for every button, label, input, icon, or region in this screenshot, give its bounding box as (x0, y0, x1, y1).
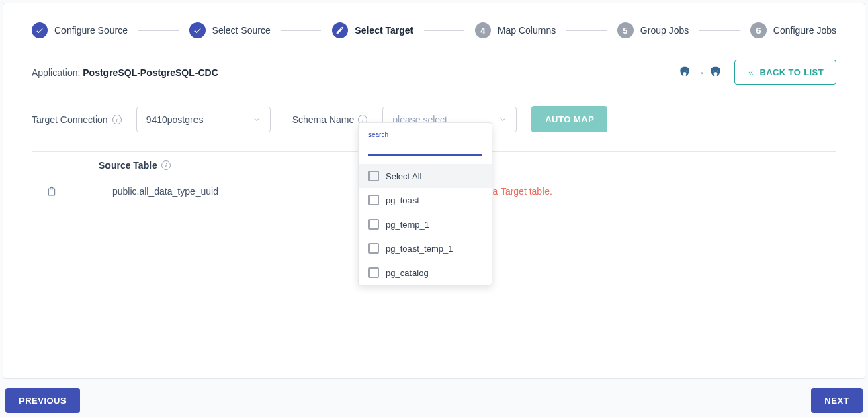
step-label: Configure Jobs (773, 25, 836, 36)
th-source-table: Source Table i (72, 160, 361, 171)
option-label: pg_toast (386, 195, 419, 205)
next-button[interactable]: NEXT (811, 388, 863, 413)
step-label: Select Target (355, 25, 413, 36)
info-row: Application: PostgreSQL-PostgreSQL-CDC →… (32, 60, 836, 85)
dropdown-list[interactable]: Select All pg_toast pg_temp_1 pg_toast_t… (359, 164, 492, 285)
option-label: Select All (386, 171, 421, 181)
step-map-columns[interactable]: 4 Map Columns (475, 22, 556, 38)
checkbox[interactable] (368, 219, 379, 230)
step-label: Select Source (212, 25, 271, 36)
dropdown-option[interactable]: pg_catalog (359, 261, 492, 285)
step-connector (281, 30, 322, 31)
source-table-cell: public.all_data_type_uuid (72, 186, 361, 197)
step-number: 6 (750, 22, 767, 38)
checkbox[interactable] (368, 267, 379, 278)
option-label: pg_catalog (386, 268, 429, 278)
step-number: 4 (475, 22, 491, 38)
dropdown-option[interactable]: pg_toast_temp_1 (359, 236, 492, 261)
step-label: Group Jobs (640, 25, 689, 36)
step-label: Map Columns (498, 25, 556, 36)
auto-map-button[interactable]: AUTO MAP (531, 106, 607, 132)
step-connector (566, 30, 607, 31)
schema-name-label: Schema Name i (292, 114, 368, 125)
dropdown-select-all[interactable]: Select All (359, 164, 492, 188)
button-label: AUTO MAP (545, 114, 594, 124)
svg-point-2 (713, 70, 715, 71)
step-number: 5 (617, 22, 634, 38)
db-flow-icons: → (678, 66, 722, 79)
schema-dropdown-panel: search Select All pg_toast pg_temp_1 pg_… (358, 122, 492, 285)
step-connector (138, 30, 179, 31)
arrow-icon: → (695, 67, 705, 78)
option-label: pg_toast_temp_1 (386, 244, 453, 254)
step-connector (424, 30, 464, 31)
label-text: Schema Name (292, 114, 355, 125)
postgres-target-icon (709, 66, 722, 79)
check-icon (189, 22, 206, 38)
svg-point-0 (683, 70, 684, 71)
info-icon[interactable]: i (161, 160, 171, 170)
row-icon-cell (32, 186, 72, 197)
step-select-source[interactable]: Select Source (189, 22, 271, 38)
application-name: PostgreSQL-PostgreSQL-CDC (83, 67, 218, 78)
button-label: NEXT (824, 396, 849, 406)
postgres-source-icon (678, 66, 691, 79)
footer-nav: PREVIOUS NEXT (3, 388, 865, 413)
checkbox[interactable] (368, 195, 379, 205)
step-configure-source[interactable]: Configure Source (32, 22, 128, 38)
svg-point-1 (686, 70, 687, 71)
target-connection-label: Target Connection i (32, 114, 122, 125)
schema-search-input[interactable] (368, 140, 482, 156)
dropdown-option[interactable]: pg_toast (359, 188, 492, 212)
back-button-label: BACK TO LIST (759, 67, 824, 77)
info-right: → BACK TO LIST (678, 60, 836, 85)
step-connector (699, 30, 740, 31)
clipboard-icon[interactable] (46, 186, 57, 197)
info-icon[interactable]: i (112, 115, 122, 124)
chevron-down-icon (498, 115, 507, 124)
wizard-card: Configure Source Select Source Select Ta… (3, 3, 865, 379)
dropdown-search-wrap: search (359, 123, 492, 164)
svg-point-3 (717, 70, 718, 71)
select-value: 9410postgres (146, 114, 204, 125)
stepper: Configure Source Select Source Select Ta… (32, 22, 836, 38)
step-configure-jobs[interactable]: 6 Configure Jobs (750, 22, 836, 38)
edit-icon (332, 22, 348, 38)
checkbox[interactable] (368, 243, 379, 254)
column-title: Source Table (99, 160, 157, 171)
chevron-down-icon (253, 115, 261, 124)
check-icon (32, 22, 48, 38)
step-label: Configure Source (54, 25, 128, 36)
chevron-double-left-icon (747, 68, 755, 77)
label-text: Target Connection (32, 114, 108, 125)
button-label: PREVIOUS (19, 396, 67, 406)
previous-button[interactable]: PREVIOUS (5, 388, 80, 413)
application-label: Application: PostgreSQL-PostgreSQL-CDC (32, 67, 218, 78)
step-group-jobs[interactable]: 5 Group Jobs (617, 22, 689, 38)
target-connection-select[interactable]: 9410postgres (136, 107, 271, 132)
option-label: pg_temp_1 (386, 220, 429, 230)
dropdown-option[interactable]: pg_temp_1 (359, 212, 492, 236)
application-prefix: Application: (32, 67, 83, 78)
search-label: search (368, 131, 482, 138)
checkbox[interactable] (368, 171, 379, 181)
back-to-list-button[interactable]: BACK TO LIST (734, 60, 836, 85)
step-select-target[interactable]: Select Target (332, 22, 413, 38)
